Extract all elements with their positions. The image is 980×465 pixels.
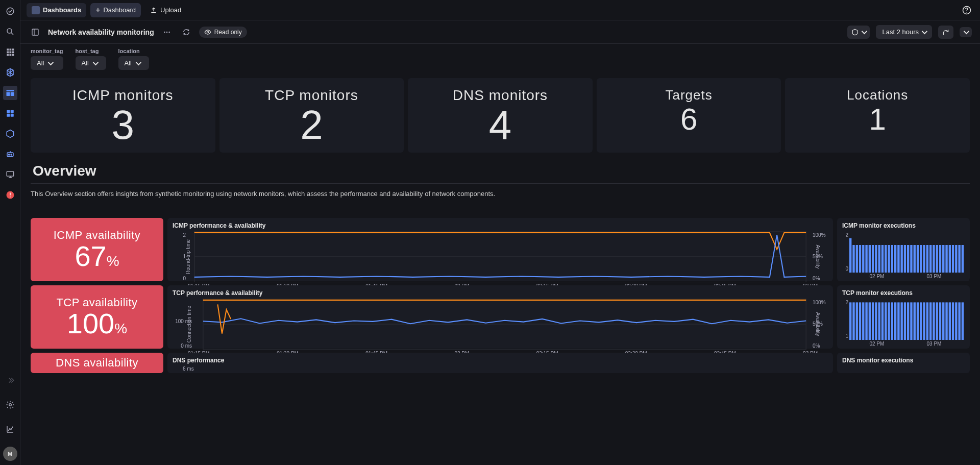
stat-locations[interactable]: Locations 1	[785, 78, 970, 153]
breadcrumb-tab[interactable]: Dashboards	[27, 3, 86, 17]
svg-rect-103	[952, 302, 954, 340]
scope-picker[interactable]	[847, 26, 870, 39]
chevron-down-icon	[862, 28, 867, 34]
svg-rect-53	[917, 245, 919, 273]
svg-rect-55	[923, 245, 925, 273]
svg-rect-106	[962, 302, 964, 340]
dashboard-tab-icon	[32, 6, 40, 14]
svg-point-19	[8, 154, 9, 155]
page-title: Network availability monitoring	[48, 28, 154, 36]
favorite-monitor-icon[interactable]	[3, 167, 17, 182]
svg-rect-17	[10, 114, 13, 117]
dns-exec-chart[interactable]: DNS monitor executions	[837, 353, 970, 373]
svg-rect-91	[914, 302, 916, 340]
readonly-badge: Read only	[199, 27, 247, 38]
chart-nav-icon[interactable]	[3, 422, 17, 436]
topbar: Dashboards + Dashboard Upload	[20, 0, 980, 20]
filter-monitor-tag[interactable]: All	[31, 56, 63, 70]
svg-point-20	[11, 154, 12, 155]
filter-label-monitor-tag: monitor_tag	[31, 48, 63, 54]
svg-point-0	[7, 8, 14, 15]
new-dashboard-label: Dashboard	[103, 6, 136, 14]
upload-button[interactable]: Upload	[145, 3, 186, 17]
new-dashboard-button[interactable]: + Dashboard	[90, 3, 141, 17]
icmp-exec-chart[interactable]: ICMP monitor executions 20 02 PM03 PM	[837, 218, 970, 281]
chevron-down-icon	[93, 59, 99, 65]
svg-rect-86	[897, 302, 899, 340]
svg-rect-77	[869, 302, 871, 340]
tcp-exec-chart[interactable]: TCP monitor executions 21 02 PM03 PM	[837, 285, 970, 349]
stat-icmp-monitors[interactable]: ICMP monitors 3	[31, 78, 215, 153]
refresh-button[interactable]	[938, 26, 953, 39]
svg-rect-46	[894, 245, 896, 273]
collapse-panel-icon[interactable]	[29, 26, 42, 39]
svg-point-26	[164, 31, 165, 33]
tcp-availability-tile[interactable]: TCP availability 100%	[31, 285, 163, 349]
apps-icon[interactable]	[3, 45, 17, 59]
chevron-down-icon	[48, 59, 54, 65]
cube-icon	[851, 29, 859, 36]
stat-dns-monitors[interactable]: DNS monitors 4	[408, 78, 593, 153]
svg-rect-42	[881, 245, 884, 273]
svg-rect-18	[7, 153, 13, 157]
svg-rect-104	[955, 302, 957, 340]
svg-rect-7	[12, 52, 14, 54]
svg-rect-47	[897, 245, 899, 273]
svg-rect-44	[888, 245, 890, 273]
dns-availability-tile[interactable]: DNS availability	[31, 353, 163, 373]
svg-rect-14	[7, 110, 10, 113]
help-icon[interactable]	[960, 3, 974, 17]
stat-tcp-monitors[interactable]: TCP monitors 2	[219, 78, 404, 153]
svg-rect-76	[865, 302, 867, 340]
alert-icon[interactable]	[3, 188, 17, 202]
svg-rect-62	[945, 245, 947, 273]
svg-rect-79	[875, 302, 877, 340]
expand-sidebar-icon[interactable]	[3, 373, 17, 387]
filter-host-tag[interactable]: All	[76, 56, 106, 70]
svg-rect-38	[869, 245, 871, 273]
svg-rect-15	[10, 110, 13, 113]
svg-rect-25	[32, 29, 38, 35]
chevron-down-icon	[922, 28, 927, 34]
tcp-perf-chart[interactable]: TCP performance & availability Connectio…	[167, 285, 833, 349]
nav-sidebar: M	[0, 0, 20, 465]
favorite-bot-icon[interactable]	[3, 147, 17, 161]
filter-label-location: location	[118, 48, 149, 54]
refresh-icon	[942, 29, 949, 36]
svg-rect-9	[9, 54, 11, 56]
divider	[31, 183, 970, 184]
svg-rect-64	[952, 245, 954, 273]
svg-rect-60	[939, 245, 941, 273]
icmp-perf-chart[interactable]: ICMP performance & availability Round-tr…	[167, 218, 833, 281]
svg-rect-41	[878, 245, 880, 273]
svg-rect-33	[852, 245, 854, 273]
svg-rect-81	[881, 302, 884, 340]
refresh-menu[interactable]	[960, 27, 972, 37]
search-icon[interactable]	[3, 25, 17, 39]
svg-rect-51	[910, 245, 912, 273]
svg-rect-45	[891, 245, 893, 273]
user-avatar-icon[interactable]: M	[3, 447, 17, 461]
settings-gear-icon[interactable]	[3, 398, 17, 412]
timerange-picker[interactable]: Last 2 hours	[876, 25, 932, 39]
favorite-dashboard-icon[interactable]	[3, 86, 17, 100]
svg-rect-49	[904, 245, 906, 273]
filter-location[interactable]: All	[118, 56, 149, 70]
dns-perf-chart[interactable]: DNS performance 6 ms	[167, 353, 833, 373]
stat-targets[interactable]: Targets 6	[597, 78, 781, 153]
svg-rect-13	[10, 92, 14, 96]
favorite-cube-icon[interactable]	[3, 65, 17, 80]
more-menu-icon[interactable]	[160, 26, 174, 39]
svg-rect-102	[949, 302, 951, 340]
svg-rect-61	[942, 245, 944, 273]
sync-icon[interactable]	[180, 26, 193, 39]
svg-rect-73	[856, 302, 858, 340]
svg-rect-3	[9, 48, 11, 51]
logo-icon[interactable]	[3, 4, 17, 18]
tcp-perf-svg	[173, 299, 828, 350]
favorite-hex-icon[interactable]	[3, 127, 17, 141]
favorite-grid-icon[interactable]	[3, 106, 17, 120]
icmp-exec-svg	[842, 231, 965, 273]
icmp-availability-tile[interactable]: ICMP availability 67%	[31, 218, 163, 281]
overview-desc: This Overview section offers insights fr…	[31, 190, 970, 198]
